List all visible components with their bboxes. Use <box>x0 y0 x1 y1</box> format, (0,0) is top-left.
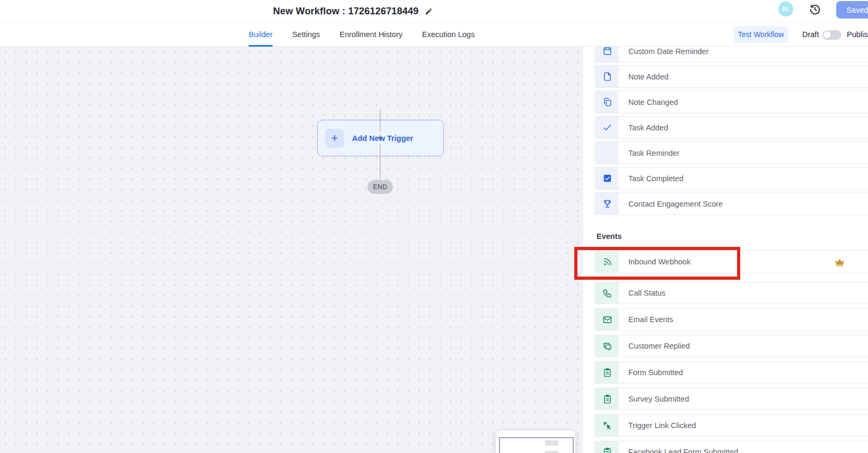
sidebar-item-label: Note Changed <box>628 98 678 106</box>
tab-builder[interactable]: Builder <box>249 22 273 47</box>
bell-icon <box>595 142 619 164</box>
cursor-click-icon <box>595 415 619 436</box>
sidebar-item-label: Call Status <box>628 289 665 297</box>
tab-enrollment-history[interactable]: Enrollment History <box>340 22 402 47</box>
app-header: New Workflow : 1726126718449 RL Saved <box>0 0 868 22</box>
sidebar-item-custom-date-reminder[interactable]: Custom Date Reminder <box>595 47 868 63</box>
minimap[interactable] <box>496 431 575 453</box>
tab-execution-logs[interactable]: Execution Logs <box>422 22 475 47</box>
sidebar-item-call-status[interactable]: Call Status <box>595 282 868 304</box>
avatar[interactable]: RL <box>778 2 793 16</box>
sidebar-item-customer-replied[interactable]: Customer Replied <box>595 335 868 357</box>
sidebar-item-label: Survey Submitted <box>628 395 689 403</box>
sidebar-item-label: Note Added <box>628 73 669 81</box>
clipboard-icon <box>595 362 619 383</box>
check-icon <box>595 117 619 138</box>
sidebar-item-label: Custom Date Reminder <box>628 47 709 56</box>
minimap-viewport <box>499 437 574 453</box>
check-square-icon <box>595 167 619 189</box>
sidebar-item-task-completed[interactable]: Task Completed <box>595 167 868 190</box>
sidebar-item-contact-engagement-score[interactable]: Contact Engagement Score <box>595 192 868 215</box>
tab-settings[interactable]: Settings <box>292 22 320 47</box>
sidebar-item-form-submitted[interactable]: Form Submitted <box>595 361 868 384</box>
envelope-icon <box>595 309 619 330</box>
trophy-icon <box>595 193 619 215</box>
publish-label: Publish <box>847 22 868 47</box>
sidebar-item-label: Inbound Webhook <box>628 257 690 266</box>
end-node: END <box>367 180 393 194</box>
publish-toggle[interactable] <box>822 30 841 40</box>
minimap-node <box>545 451 558 453</box>
calendar-icon <box>595 47 619 62</box>
sidebar-item-label: Task Completed <box>628 174 683 183</box>
tabs: BuilderSettingsEnrollment HistoryExecuti… <box>249 22 475 47</box>
sidebar-item-note-changed[interactable]: Note Changed <box>595 91 868 113</box>
premium-crown-icon <box>834 256 845 268</box>
test-workflow-button[interactable]: Test Workflow <box>733 26 788 43</box>
chat-icon <box>595 335 619 357</box>
trigger-sidebar: Events Custom Date ReminderNote AddedNot… <box>583 47 868 453</box>
edit-title-icon[interactable] <box>425 7 433 15</box>
phone-icon <box>595 282 619 304</box>
sidebar-item-label: Task Reminder <box>628 149 680 157</box>
sidebar-item-label: Contact Engagement Score <box>628 200 723 208</box>
workflow-title-wrap: New Workflow : 1726126718449 <box>273 0 433 22</box>
tab-bar: BuilderSettingsEnrollment HistoryExecuti… <box>0 22 868 47</box>
clipboard-icon <box>595 388 619 410</box>
draft-label: Draft <box>802 22 819 47</box>
connector-line <box>380 110 381 132</box>
sidebar-item-label: Customer Replied <box>628 342 690 350</box>
toggle-knob <box>823 31 831 39</box>
history-clock-icon[interactable] <box>809 4 821 15</box>
minimap-node <box>545 440 558 446</box>
add-step-plus-icon[interactable]: + <box>375 133 385 143</box>
sidebar-item-label: Task Added <box>628 123 668 132</box>
connector-line <box>380 144 381 180</box>
sidebar-item-trigger-link-clicked[interactable]: Trigger Link Clicked <box>595 414 868 437</box>
clipboard-icon <box>595 441 619 453</box>
sidebar-item-label: Trigger Link Clicked <box>628 421 696 430</box>
sidebar-item-task-reminder[interactable]: Task Reminder <box>595 141 868 164</box>
sidebar-item-note-added[interactable]: Note Added <box>595 65 868 88</box>
sidebar-item-task-added[interactable]: Task Added <box>595 116 868 139</box>
rss-icon <box>595 251 619 273</box>
events-section-header: Events <box>597 232 622 241</box>
saved-button[interactable]: Saved <box>836 1 868 19</box>
sidebar-item-label: Email Events <box>628 315 673 324</box>
note-icon <box>595 66 619 87</box>
sidebar-item-facebook-lead-form-submitted[interactable]: Facebook Lead Form Submitted <box>595 441 868 453</box>
workflow-canvas: + Add New Trigger <box>0 47 583 453</box>
sidebar-item-inbound-webhook[interactable]: Inbound Webhook <box>595 250 868 273</box>
copy-icon <box>595 91 619 113</box>
sidebar-item-label: Facebook Lead Form Submitted <box>628 448 738 453</box>
sidebar-item-label: Form Submitted <box>628 368 683 377</box>
sidebar-item-email-events[interactable]: Email Events <box>595 308 868 331</box>
page-title: New Workflow : 1726126718449 <box>273 6 418 17</box>
plus-icon: + <box>325 129 344 148</box>
sidebar-item-survey-submitted[interactable]: Survey Submitted <box>595 388 868 410</box>
